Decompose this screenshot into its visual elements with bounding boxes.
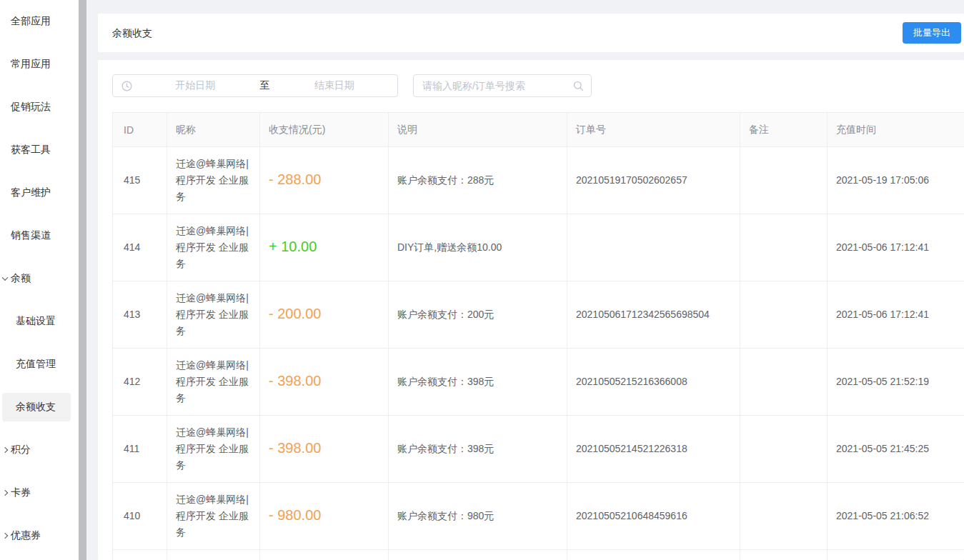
cell-nickname: 迁途@蜂巢网络|程序开发 企业服务 (167, 483, 260, 550)
cell-order-number: 20210505215216366008 (567, 349, 740, 416)
cell-order-number (567, 214, 740, 281)
date-separator: 至 (259, 79, 272, 92)
table-row (113, 550, 964, 560)
sidebar-item-label: 获客工具 (11, 144, 51, 156)
sidebar-item-11[interactable]: 积分 (0, 429, 86, 471)
table-row: 412 迁途@蜂巢网络|程序开发 企业服务 - 398.00 账户余额支付：39… (113, 349, 964, 416)
cell-order-number: 202105061712342565698504 (567, 281, 740, 349)
chevron-down-icon (2, 275, 8, 281)
cell-description (389, 550, 567, 560)
column-header: 昵称 (167, 113, 260, 147)
sidebar-item-5[interactable]: 客户维护 (0, 171, 86, 214)
cell-id: 413 (113, 281, 167, 349)
amount-value: - 398.00 (269, 373, 321, 389)
page-header: 余额收支 批量导出 (98, 14, 964, 52)
table-row: 415 迁途@蜂巢网络|程序开发 企业服务 - 288.00 账户余额支付：28… (113, 147, 964, 214)
cell-order-number: 20210519170502602657 (567, 147, 740, 214)
amount-value: - 980.00 (269, 507, 321, 523)
cell-remark (740, 416, 828, 483)
cell-description: 账户余额支付：288元 (389, 147, 567, 214)
search-input[interactable] (414, 80, 573, 91)
cell-id: 415 (113, 147, 167, 214)
cell-order-number (567, 550, 740, 560)
column-header: 充值时间 (828, 113, 964, 147)
sidebar-item-6[interactable]: 销售渠道 (0, 214, 86, 257)
table-row: 413 迁途@蜂巢网络|程序开发 企业服务 - 200.00 账户余额支付：20… (113, 281, 964, 349)
amount-value: - 200.00 (269, 306, 321, 321)
cell-id (113, 550, 167, 560)
cell-id: 414 (113, 214, 167, 281)
search-box (413, 74, 592, 97)
cell-nickname: 迁途@蜂巢网络|程序开发 企业服务 (167, 214, 260, 281)
sidebar-item-3[interactable]: 促销玩法 (0, 86, 86, 129)
sidebar-item-2[interactable]: 常用应用 (0, 43, 86, 86)
sidebar-item-label: 积分 (11, 444, 31, 456)
cell-description: 账户余额支付：398元 (389, 349, 567, 416)
cell-remark (740, 550, 828, 560)
cell-description: 账户余额支付：200元 (389, 281, 567, 349)
sidebar-item-label: 常用应用 (11, 58, 51, 71)
cell-amount: + 10.00 (260, 214, 389, 281)
cell-recharge-time: 2021-05-05 21:06:52 (828, 483, 964, 550)
sidebar: 全部应用 常用应用 促销玩法 获客工具 客户维护 销售渠道 余额 基础设置 充值… (0, 0, 86, 560)
sidebar-item-12[interactable]: 卡券 (0, 471, 86, 514)
sidebar-item-label: 基础设置 (16, 315, 56, 328)
column-header: 订单号 (567, 113, 740, 147)
sidebar-item-10[interactable]: 余额收支 (2, 393, 71, 421)
table-row: 410 迁途@蜂巢网络|程序开发 企业服务 - 980.00 账户余额支付：98… (113, 483, 964, 550)
end-date-placeholder[interactable]: 结束日期 (272, 79, 398, 92)
cell-id: 412 (113, 349, 167, 416)
table-body: 415 迁途@蜂巢网络|程序开发 企业服务 - 288.00 账户余额支付：28… (113, 147, 964, 560)
cell-amount: - 398.00 (260, 416, 389, 483)
sidebar-item-13[interactable]: 优惠券 (0, 514, 86, 557)
chevron-right-icon (2, 490, 8, 496)
sidebar-item-label: 客户维护 (11, 186, 51, 199)
sidebar-item-9[interactable]: 充值管理 (0, 343, 86, 386)
cell-amount: - 200.00 (260, 281, 389, 349)
cell-remark (740, 214, 828, 281)
balance-table: ID昵称收支情况(元)说明订单号备注充值时间 415 迁途@蜂巢网络|程序开发 … (112, 112, 964, 560)
sidebar-item-label: 余额 (11, 272, 31, 285)
cell-remark (740, 147, 828, 214)
search-icon[interactable] (573, 81, 584, 91)
filter-bar: 开始日期 至 结束日期 (112, 74, 592, 97)
sidebar-scrollbar[interactable] (79, 0, 86, 560)
start-date-placeholder[interactable]: 开始日期 (132, 79, 259, 92)
cell-remark (740, 349, 828, 416)
cell-order-number: 20210505214521226318 (567, 416, 740, 483)
sidebar-item-label: 全部应用 (11, 15, 51, 28)
cell-description: 账户余额支付：398元 (389, 416, 567, 483)
sidebar-item-7[interactable]: 余额 (0, 257, 86, 300)
date-range-picker[interactable]: 开始日期 至 结束日期 (112, 74, 398, 97)
cell-id: 411 (113, 416, 167, 483)
cell-nickname: 迁途@蜂巢网络|程序开发 企业服务 (167, 349, 260, 416)
cell-amount: - 288.00 (260, 147, 389, 214)
sidebar-item-label: 销售渠道 (11, 229, 51, 242)
sidebar-item-4[interactable]: 获客工具 (0, 129, 86, 171)
sidebar-item-1[interactable]: 全部应用 (0, 0, 86, 43)
cell-nickname: 迁途@蜂巢网络|程序开发 企业服务 (167, 281, 260, 349)
sidebar-menu: 全部应用 常用应用 促销玩法 获客工具 客户维护 销售渠道 余额 基础设置 充值… (0, 0, 86, 557)
column-header: 收支情况(元) (260, 113, 389, 147)
sidebar-item-label: 充值管理 (16, 358, 56, 371)
main-area: 余额收支 批量导出 开始日期 至 结束日期 (86, 0, 964, 560)
cell-recharge-time: 2021-05-06 17:12:41 (828, 214, 964, 281)
cell-remark (740, 483, 828, 550)
cell-recharge-time: 2021-05-19 17:05:06 (828, 147, 964, 214)
batch-export-button[interactable]: 批量导出 (903, 22, 961, 44)
chevron-right-icon (2, 447, 8, 453)
table-row: 414 迁途@蜂巢网络|程序开发 企业服务 + 10.00 DIY订单,赠送余额… (113, 214, 964, 281)
sidebar-item-label: 卡券 (11, 486, 31, 499)
cell-description: DIY订单,赠送余额10.00 (389, 214, 567, 281)
cell-amount: - 398.00 (260, 349, 389, 416)
sidebar-item-8[interactable]: 基础设置 (0, 300, 86, 343)
cell-id: 410 (113, 483, 167, 550)
cell-recharge-time: 2021-05-06 17:12:41 (828, 281, 964, 349)
clock-icon (121, 81, 132, 91)
cell-nickname: 迁途@蜂巢网络|程序开发 企业服务 (167, 147, 260, 214)
page-title: 余额收支 (112, 14, 152, 52)
cell-description: 账户余额支付：980元 (389, 483, 567, 550)
cell-amount (260, 550, 389, 560)
sidebar-item-label: 优惠券 (11, 529, 41, 542)
table-row: 411 迁途@蜂巢网络|程序开发 企业服务 - 398.00 账户余额支付：39… (113, 416, 964, 483)
